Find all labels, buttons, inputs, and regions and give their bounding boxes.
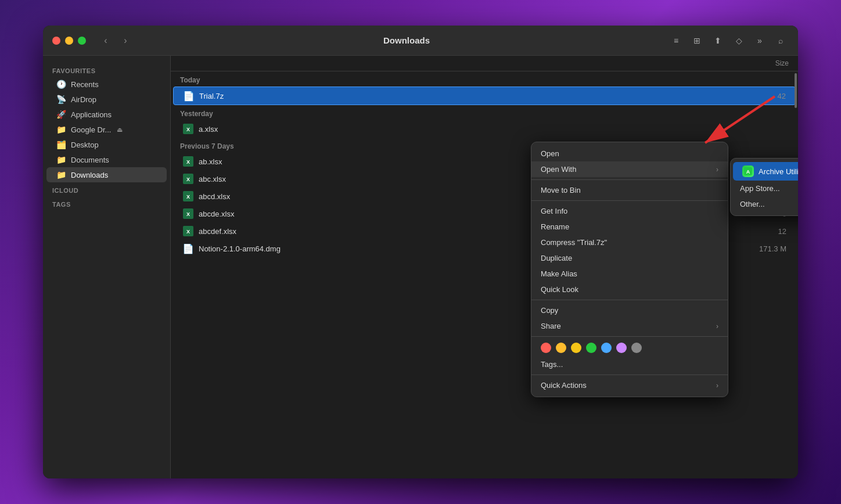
applications-icon: 🚀 — [56, 110, 66, 119]
main-content: Favourites 🕐 Recents 📡 AirDrop 🚀 Applica… — [43, 56, 798, 478]
menu-item-move-to-bin[interactable]: Move to Bin — [531, 182, 728, 198]
archive-utility-label: Archive Utility (default) — [759, 167, 798, 176]
tags-label: Tags... — [541, 360, 563, 369]
menu-item-open[interactable]: Open — [531, 146, 728, 161]
submenu-item-other[interactable]: Other... — [731, 196, 798, 212]
google-drive-icon: 📁 — [56, 125, 66, 134]
sidebar-item-google-drive[interactable]: 📁 Google Dr... ⏏ — [46, 122, 167, 137]
minimize-button[interactable] — [65, 37, 73, 45]
tags-label: Tags — [43, 196, 170, 210]
tag-yellow[interactable] — [571, 343, 581, 353]
file-list-header: Size — [171, 56, 798, 71]
file-row-axlsx[interactable]: X a.xlsx — [173, 120, 796, 138]
move-to-bin-label: Move to Bin — [541, 186, 581, 195]
search-icon[interactable]: ⌕ — [772, 33, 789, 49]
submenu-open-with: A Archive Utility (default) App Store...… — [730, 158, 798, 216]
svg-text:X: X — [186, 194, 190, 200]
sidebar-item-documents[interactable]: 📁 Documents — [46, 152, 167, 167]
forward-button[interactable]: › — [117, 33, 134, 49]
file-name-trial7z: Trial.7z — [199, 92, 739, 100]
documents-label: Documents — [71, 156, 109, 164]
downloads-icon: 📁 — [56, 170, 66, 179]
toolbar-left: ‹ › — [98, 33, 134, 49]
menu-item-rename[interactable]: Rename — [531, 219, 728, 235]
duplicate-label: Duplicate — [541, 254, 572, 262]
sidebar-item-desktop[interactable]: 🗂️ Desktop — [46, 137, 167, 152]
airdrop-label: AirDrop — [71, 95, 96, 104]
share-chevron-icon: › — [716, 322, 718, 330]
share-icon[interactable]: ⬆ — [710, 33, 726, 49]
menu-item-open-with[interactable]: Open With › A Archive Utility (default) — [531, 161, 728, 177]
tag-blue[interactable] — [601, 343, 612, 353]
tag-gray[interactable] — [631, 343, 642, 353]
file-name-axlsx: a.xlsx — [199, 125, 740, 134]
file-row-trial7z[interactable]: 📄 Trial.7z 42 — [173, 87, 796, 105]
archive-utility-icon: A — [742, 165, 754, 177]
tag-color-row — [531, 339, 728, 357]
menu-item-duplicate[interactable]: Duplicate — [531, 250, 728, 266]
separator-5 — [531, 375, 728, 375]
quick-look-label: Quick Look — [541, 285, 578, 294]
file-icon-notion-dmg: 📄 — [182, 243, 194, 254]
list-view-icon[interactable]: ≡ — [668, 33, 684, 49]
tag-orange[interactable] — [556, 343, 566, 353]
google-drive-label: Google Dr... — [71, 125, 111, 134]
tag-red[interactable] — [541, 343, 551, 353]
context-menu: Open Open With › A — [531, 142, 728, 397]
file-size-trial7z: 42 — [739, 92, 786, 100]
toolbar-right: ≡ ⊞ ⬆ ◇ » ⌕ — [668, 33, 789, 49]
file-list: Size Today 📄 Trial.7z 42 Yesterday X a.x… — [171, 56, 798, 478]
back-button[interactable]: ‹ — [98, 33, 114, 49]
fullscreen-button[interactable] — [78, 37, 86, 45]
share-label: Share — [541, 322, 561, 330]
sidebar-item-applications[interactable]: 🚀 Applications — [46, 107, 167, 122]
menu-item-make-alias[interactable]: Make Alias — [531, 266, 728, 282]
sidebar-item-recents[interactable]: 🕐 Recents — [46, 77, 167, 92]
name-column-header — [180, 59, 742, 67]
separator-1 — [531, 179, 728, 180]
file-icon-axlsx: X — [182, 123, 194, 135]
svg-text:X: X — [186, 127, 190, 132]
desktop-label: Desktop — [71, 141, 99, 149]
sidebar-item-airdrop[interactable]: 📡 AirDrop — [46, 92, 167, 107]
svg-text:X: X — [186, 177, 190, 182]
menu-item-share[interactable]: Share › — [531, 318, 728, 334]
make-alias-label: Make Alias — [541, 269, 577, 278]
rename-label: Rename — [541, 222, 569, 231]
menu-item-get-info[interactable]: Get Info — [531, 203, 728, 219]
favourites-label: Favourites — [43, 63, 170, 77]
menu-item-compress[interactable]: Compress "Trial.7z" — [531, 235, 728, 250]
open-with-chevron-icon: › — [716, 165, 718, 174]
menu-item-quick-look[interactable]: Quick Look — [531, 282, 728, 297]
group-view-icon[interactable]: ⊞ — [689, 33, 705, 49]
file-size-notion-dmg: 171.3 M — [740, 244, 786, 253]
svg-text:X: X — [186, 159, 190, 165]
compress-label: Compress "Trial.7z" — [541, 238, 607, 247]
title-bar: ‹ › Downloads ≡ ⊞ ⬆ ◇ » ⌕ — [43, 26, 798, 56]
file-icon-abcdxlsx: X — [182, 190, 194, 202]
yesterday-section-header: Yesterday — [171, 105, 798, 120]
traffic-lights — [52, 37, 86, 45]
size-column-header: Size — [742, 59, 789, 67]
scrollbar-thumb[interactable] — [795, 73, 797, 108]
sidebar-item-downloads[interactable]: 📁 Downloads — [46, 167, 167, 182]
close-button[interactable] — [52, 37, 60, 45]
menu-item-tags[interactable]: Tags... — [531, 357, 728, 372]
submenu-item-app-store[interactable]: App Store... — [731, 181, 798, 196]
tag-purple[interactable] — [616, 343, 627, 353]
file-icon-abcdexlsx: X — [182, 208, 194, 219]
submenu-item-archive-utility[interactable]: A Archive Utility (default) — [733, 162, 798, 181]
tag-icon[interactable]: ◇ — [731, 33, 747, 49]
menu-item-quick-actions[interactable]: Quick Actions › — [531, 377, 728, 393]
more-icon[interactable]: » — [752, 33, 768, 49]
quick-actions-label: Quick Actions — [541, 381, 587, 390]
tag-green[interactable] — [586, 343, 596, 353]
desktop-icon: 🗂️ — [56, 140, 66, 149]
svg-text:X: X — [186, 211, 190, 217]
svg-text:X: X — [186, 229, 190, 235]
file-icon-abxlsx: X — [182, 156, 194, 167]
menu-item-copy[interactable]: Copy — [531, 303, 728, 318]
airdrop-icon: 📡 — [56, 95, 66, 104]
file-icon-trial7z: 📄 — [183, 90, 195, 102]
scrollbar-track[interactable] — [793, 56, 798, 478]
